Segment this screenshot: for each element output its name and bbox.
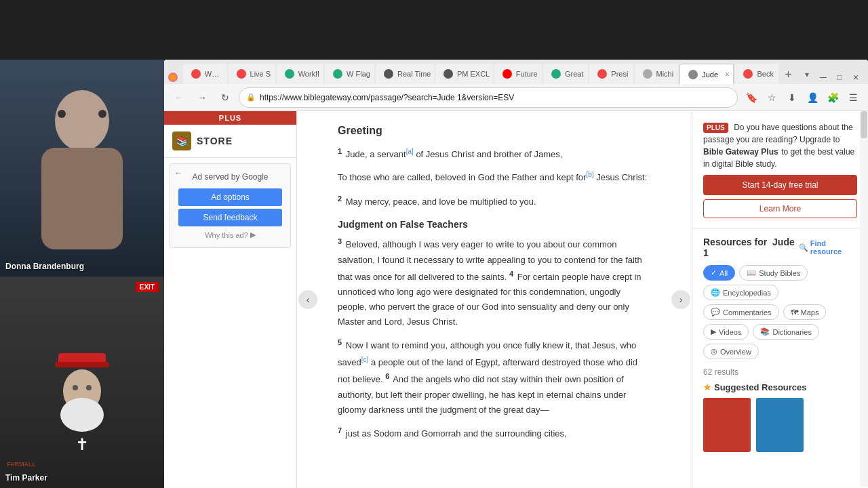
store-label: STORE — [197, 136, 233, 146]
downloads-button[interactable]: ⬇ — [783, 88, 802, 107]
svg-point-6 — [73, 385, 78, 390]
filter-dictionaries[interactable]: 📚 Dictionaries — [753, 324, 818, 340]
tab-work[interactable]: Workfl — [277, 64, 323, 84]
find-resource-link[interactable]: 🔍 Find resource — [799, 239, 857, 256]
menu-button[interactable]: ☰ — [844, 88, 863, 107]
scrollbar-track[interactable] — [860, 111, 868, 487]
passage-text: 1 Jude, a servant[a] of Jesus Christ and… — [338, 145, 651, 209]
filter-encyclopedias[interactable]: 🌐 Encyclopedias — [703, 285, 778, 300]
filter-maps[interactable]: 🗺 Maps — [783, 304, 827, 320]
plus-promo-box: PLUS Do you have questions about the pas… — [692, 111, 868, 228]
svg-point-7 — [86, 385, 92, 390]
passage-text-2: 3 Beloved, although I was very eager to … — [338, 235, 651, 441]
ad-served-text: Ad served by Google — [178, 172, 282, 182]
tab-presi[interactable]: Presi — [589, 64, 633, 84]
ad-options-button[interactable]: Ad options — [178, 188, 282, 206]
filter-videos[interactable]: ▶ Videos — [703, 324, 749, 340]
star-icon: ★ — [703, 382, 711, 392]
exit-sign: EXIT — [136, 282, 159, 292]
browser-icon — [167, 70, 179, 84]
free-trial-button[interactable]: Start 14-day free trial — [703, 175, 857, 195]
store-header: 📚 STORE — [164, 125, 296, 158]
promo-header: PLUS Do you have questions about the pas… — [703, 121, 857, 169]
plus-badge: PLUS — [703, 123, 728, 133]
tab-excl[interactable]: PM EXCL — [435, 64, 493, 84]
maximize-button[interactable]: □ — [833, 70, 846, 84]
video-panel-bottom: EXIT ✝ FARMALL Tim Parker — [0, 277, 164, 488]
left-sidebar: PLUS 📚 STORE ← Ad served by Google Ad op… — [164, 111, 297, 488]
section-heading: Judgment on False Teachers — [338, 219, 651, 230]
why-this-ad-link[interactable]: Why this ad? ▶ — [178, 230, 282, 239]
nav-actions: 🔖 ☆ ⬇ 👤 🧩 ☰ — [742, 88, 863, 107]
tab-live[interactable]: Live S — [229, 64, 275, 84]
search-icon: 🔍 — [799, 243, 808, 252]
resource-thumb-2[interactable] — [756, 398, 804, 452]
tab-real[interactable]: Real Time — [376, 64, 434, 84]
verse-num-7: 7 — [338, 426, 342, 434]
store-icon: 📚 — [172, 131, 191, 150]
results-count: 62 results — [703, 367, 857, 377]
close-button[interactable]: × — [849, 70, 863, 84]
tab-future[interactable]: Future — [494, 64, 542, 84]
comment-icon: 💬 — [711, 308, 720, 317]
tab-what[interactable]: What — [183, 64, 227, 84]
forward-button[interactable]: → — [193, 88, 212, 107]
learn-more-button[interactable]: Learn More — [703, 199, 857, 218]
footnote-a[interactable]: [a] — [406, 148, 414, 155]
svg-rect-1 — [41, 148, 123, 249]
ad-overlay: ← Ad served by Google Ad options Send fe… — [170, 163, 291, 248]
tab-beck[interactable]: Beck — [735, 64, 778, 84]
promo-bold: Bible Gateway Plus — [703, 147, 778, 157]
video-label-top: Donna Brandenburg — [5, 262, 84, 271]
verse-num-5: 5 — [338, 338, 342, 346]
url-display: https://www.biblegateway.com/passage/?se… — [260, 93, 730, 102]
tab-bar: What Live S Workfl W Flag Real Time PM E… — [164, 60, 868, 84]
prev-chapter-button[interactable]: ‹ — [298, 290, 317, 309]
verse-num-1: 1 — [338, 147, 342, 155]
verse-num-6: 6 — [385, 372, 389, 380]
tab-flag[interactable]: W Flag — [325, 64, 374, 84]
star-button[interactable]: ☆ — [762, 88, 781, 107]
filter-all[interactable]: ✓ All — [703, 265, 735, 281]
extensions-button[interactable]: 🧩 — [823, 88, 842, 107]
footnote-b[interactable]: [b] — [586, 171, 593, 178]
new-tab-button[interactable]: + — [780, 65, 797, 84]
tab-overflow-button[interactable]: ▾ — [798, 65, 815, 84]
ad-feedback-button[interactable]: Send feedback — [178, 209, 282, 226]
filter-overview[interactable]: ◎ Overview — [703, 344, 759, 359]
scrollbar-thumb[interactable] — [861, 111, 867, 138]
next-chapter-button[interactable]: › — [671, 290, 690, 309]
video-icon: ▶ — [711, 327, 716, 336]
suggested-heading: ★ Suggested Resources — [703, 382, 857, 392]
lock-icon: 🔒 — [246, 93, 256, 102]
overview-icon: ◎ — [711, 347, 717, 356]
filter-commentaries[interactable]: 💬 Commentaries — [703, 304, 779, 320]
tab-great[interactable]: Great — [543, 64, 588, 84]
verse-num-3: 3 — [338, 237, 342, 245]
svg-point-0 — [55, 90, 109, 151]
ad-back-button[interactable]: ← — [174, 168, 182, 178]
footnote-c[interactable]: [c] — [361, 356, 369, 363]
svg-point-3 — [98, 110, 106, 118]
browser-content: PLUS 📚 STORE ← Ad served by Google Ad op… — [164, 111, 868, 488]
main-content[interactable]: ‹ › Greeting 1 Jude, a servant[a] of Jes… — [297, 111, 692, 488]
address-bar[interactable]: 🔒 https://www.biblegateway.com/passage/?… — [239, 87, 738, 108]
minimize-button[interactable]: ─ — [816, 70, 830, 84]
suggested-resources — [703, 398, 857, 452]
svg-point-2 — [58, 110, 66, 118]
tab-michi[interactable]: Michi — [635, 64, 679, 84]
profile-button[interactable]: 👤 — [803, 88, 822, 107]
passage-heading: Greeting — [338, 125, 651, 137]
tab-jude[interactable]: Jude × — [679, 64, 734, 84]
filter-study-bibles[interactable]: 📖 Study Bibles — [739, 265, 808, 281]
bookmark-collections-button[interactable]: 🔖 — [742, 88, 761, 107]
plus-bar: PLUS — [164, 111, 296, 125]
resource-filters: ✓ All 📖 Study Bibles 🌐 Encyclopedias 💬 C… — [703, 265, 857, 359]
verse-num-2: 2 — [338, 195, 342, 203]
resource-thumb-1[interactable] — [703, 398, 751, 452]
tab-close-jude[interactable]: × — [725, 70, 730, 79]
cross-icon: ✝ — [52, 435, 113, 454]
refresh-button[interactable]: ↻ — [216, 88, 235, 107]
video-feed-bottom: EXIT ✝ FARMALL — [0, 277, 164, 488]
back-button[interactable]: ← — [170, 88, 189, 107]
